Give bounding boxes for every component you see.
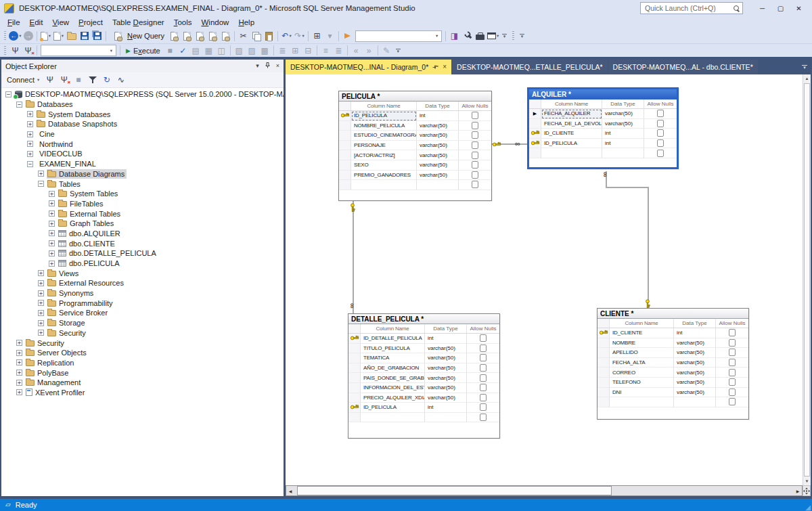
- cell-data-type[interactable]: varchar(50): [417, 160, 459, 171]
- cell-allow-nulls[interactable]: [716, 348, 748, 358]
- cell-data-type[interactable]: [602, 148, 644, 158]
- cell-data-type[interactable]: varchar(50): [417, 150, 459, 160]
- tree-item-synonyms[interactable]: +Synonyms: [1, 288, 284, 298]
- cell-allow-nulls[interactable]: [716, 338, 748, 349]
- tree-expander[interactable]: +: [38, 270, 44, 276]
- tree-expander[interactable]: +: [16, 350, 22, 356]
- tree-expander[interactable]: −: [16, 102, 22, 108]
- row-selector-cell[interactable]: [339, 141, 351, 151]
- pin-icon[interactable]: [265, 62, 271, 70]
- cell-allow-nulls[interactable]: [459, 141, 491, 151]
- cell-data-type[interactable]: varchar(50): [425, 383, 467, 393]
- cell-allow-nulls[interactable]: [459, 131, 491, 141]
- menu-view[interactable]: View: [47, 18, 74, 26]
- cell-column-name[interactable]: PAIS_DONDE_SE_GRABO: [361, 373, 425, 383]
- pin-icon[interactable]: [432, 64, 438, 70]
- cell-column-name[interactable]: ID_CLIENTE: [610, 328, 674, 338]
- tree-expander[interactable]: +: [49, 210, 55, 217]
- allow-nulls-checkbox[interactable]: [657, 150, 664, 157]
- cell-allow-nulls[interactable]: [467, 373, 499, 383]
- row-selector-cell[interactable]: [339, 160, 351, 171]
- cell-data-type[interactable]: int: [674, 328, 716, 338]
- query-options-icon[interactable]: ▦: [202, 45, 215, 57]
- allow-nulls-checkbox[interactable]: [480, 345, 487, 352]
- tree-item-management[interactable]: +Management: [1, 378, 284, 388]
- chevron-down-icon[interactable]: ▾: [256, 63, 259, 69]
- dmx-query-icon[interactable]: [194, 30, 206, 42]
- allow-nulls-checkbox[interactable]: [472, 152, 478, 159]
- execute-button[interactable]: ▶Execute: [122, 47, 164, 55]
- cell-allow-nulls[interactable]: [644, 129, 677, 139]
- allow-nulls-checkbox[interactable]: [729, 349, 736, 356]
- cell-data-type[interactable]: int: [602, 129, 644, 139]
- new-query-button[interactable]: New Query: [108, 30, 168, 42]
- row-selector-cell[interactable]: [597, 358, 610, 368]
- cell-allow-nulls[interactable]: [467, 393, 499, 403]
- cell-data-type[interactable]: varchar(50): [674, 368, 716, 378]
- tree-item-server-objects[interactable]: +Server Objects: [1, 348, 284, 358]
- save-all-icon[interactable]: [91, 30, 104, 42]
- h-scrollbar[interactable]: ◀ ▶: [286, 485, 803, 496]
- allow-nulls-checkbox[interactable]: [472, 181, 478, 188]
- cell-allow-nulls[interactable]: [467, 353, 499, 363]
- row-selector-cell[interactable]: [597, 348, 610, 358]
- disconnect-object-icon[interactable]: Ψ×: [58, 74, 70, 86]
- tree-expander[interactable]: +: [27, 111, 33, 117]
- tree-item-polybase[interactable]: +PolyBase: [1, 368, 284, 378]
- refresh-icon[interactable]: ↻: [100, 74, 113, 86]
- xml-editor-icon[interactable]: ◨: [448, 30, 461, 42]
- close-icon[interactable]: ×: [443, 64, 447, 70]
- undo-icon[interactable]: ↶▾: [280, 30, 293, 42]
- cell-data-type[interactable]: varchar(50): [425, 393, 467, 403]
- row-selector-cell[interactable]: [529, 129, 541, 139]
- cell-column-name[interactable]: SEXO: [351, 160, 417, 171]
- cell-column-name[interactable]: PERSONAJE: [351, 141, 417, 151]
- tree-item-system-databases[interactable]: +System Databases: [1, 109, 284, 119]
- menu-tools[interactable]: Tools: [169, 18, 197, 26]
- diagram-table-pelicula[interactable]: PELICULA *Column NameData TypeAllow Null…: [338, 91, 492, 201]
- nav-back-icon[interactable]: ←▾: [9, 30, 22, 42]
- cell-allow-nulls[interactable]: [459, 150, 491, 160]
- tab-3[interactable]: DESKTOP-MAOTMEQ...AL - dbo.CLIENTE*: [608, 60, 758, 74]
- cell-data-type[interactable]: varchar(50): [674, 338, 716, 349]
- cell-column-name[interactable]: ID_PELICULA: [351, 111, 417, 121]
- tree-expander[interactable]: −: [5, 91, 12, 97]
- toolbar-overflow-icon[interactable]: ▾: [518, 30, 526, 41]
- tree-expander[interactable]: +: [16, 370, 22, 376]
- cell-data-type[interactable]: varchar(50): [674, 388, 716, 398]
- database-combo[interactable]: ▾: [41, 45, 116, 56]
- save-icon[interactable]: [78, 30, 91, 42]
- cell-allow-nulls[interactable]: [644, 109, 677, 119]
- cell-column-name[interactable]: [ACTOR/ACTRIZ]: [351, 150, 417, 160]
- tab-1[interactable]: DESKTOP-MAOTMEQ...INAL - Diagram_0*×: [286, 60, 451, 74]
- xmla-query-icon[interactable]: [206, 30, 219, 42]
- cell-allow-nulls[interactable]: [459, 160, 491, 171]
- allow-nulls-checkbox[interactable]: [480, 364, 487, 372]
- cell-data-type[interactable]: int: [425, 403, 467, 413]
- toolbar-grip[interactable]: [512, 31, 514, 41]
- template-params-icon[interactable]: ✎: [380, 45, 393, 57]
- tree-item-external-resources[interactable]: +External Resources: [1, 278, 284, 288]
- allow-nulls-checkbox[interactable]: [729, 369, 736, 376]
- tree-expander[interactable]: +: [27, 131, 33, 137]
- cell-column-name[interactable]: ID_PELICULA: [361, 403, 425, 413]
- tree-item-dbo-pelicula[interactable]: +dbo.PELICULA: [1, 259, 284, 269]
- table-title[interactable]: DETALLE_PELICULA *: [348, 314, 499, 324]
- tree-expander[interactable]: +: [16, 380, 22, 386]
- toolbar-overflow-icon[interactable]: ▾: [500, 30, 509, 41]
- cell-data-type[interactable]: [417, 180, 459, 190]
- row-selector-cell[interactable]: [597, 368, 610, 378]
- close-icon[interactable]: ×: [276, 63, 279, 69]
- cell-data-type[interactable]: [674, 397, 716, 407]
- cell-allow-nulls[interactable]: [467, 383, 499, 393]
- pan-button[interactable]: [803, 485, 811, 496]
- comment-icon[interactable]: ≡: [319, 45, 332, 57]
- redo-icon[interactable]: ↷▾: [293, 30, 306, 42]
- cell-allow-nulls[interactable]: [716, 328, 748, 338]
- row-selector-cell[interactable]: [597, 388, 610, 398]
- tree-expander[interactable]: +: [49, 250, 55, 257]
- tree-expander[interactable]: +: [38, 330, 44, 336]
- cell-column-name[interactable]: FECHA_DE_LA_DEVOLUCI...: [541, 119, 602, 129]
- tree-item-database-snapshots[interactable]: +Database Snapshots: [1, 119, 284, 129]
- results-text-icon[interactable]: ≣: [276, 45, 289, 57]
